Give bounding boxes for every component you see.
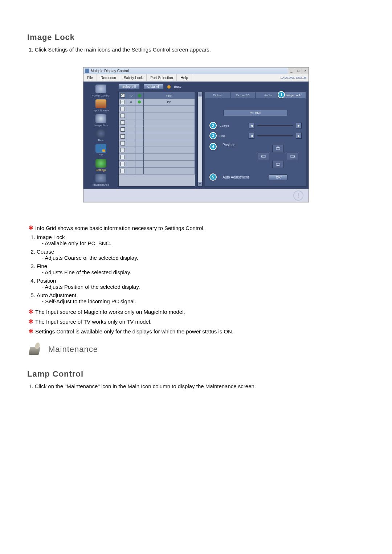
desc-position: Position- Adjusts Position of the select… — [37, 278, 365, 290]
position-down-icon[interactable] — [272, 161, 284, 168]
coarse-slider[interactable] — [257, 125, 293, 126]
menu-file[interactable]: File — [83, 74, 97, 81]
tab-picture-pc[interactable]: Picture PC — [230, 92, 256, 98]
fine-right-icon[interactable]: ▶ — [296, 133, 302, 139]
row-input: PC — [144, 99, 195, 106]
coarse-right-icon[interactable]: ▶ — [296, 123, 302, 128]
heading-lamp-control: Lamp Control — [27, 369, 365, 379]
scroll-track[interactable] — [198, 97, 202, 182]
table-row[interactable] — [119, 126, 195, 133]
menu-remocon[interactable]: Remocon — [97, 74, 120, 81]
desc-list: Image Lock- Available only for PC, BNC. … — [27, 234, 365, 304]
coarse-left-icon[interactable]: ◀ — [249, 123, 254, 128]
select-all-button[interactable]: Select All — [118, 84, 140, 90]
callout-5: 5 — [209, 173, 217, 181]
sidebar-item-input[interactable]: Input Source — [86, 99, 116, 112]
sidebar-label: PIP — [99, 153, 103, 157]
row-status-icon — [135, 119, 144, 126]
position-left-icon[interactable] — [258, 153, 269, 160]
row-checkbox[interactable] — [121, 169, 125, 173]
row-checkbox[interactable] — [121, 127, 125, 132]
menu-port-selection[interactable]: Port Selection — [147, 74, 177, 81]
row-checkbox[interactable] — [121, 155, 125, 159]
row-id — [127, 161, 135, 168]
header-checkbox-icon[interactable] — [121, 93, 125, 98]
table-row[interactable] — [119, 133, 195, 140]
close-icon[interactable]: × — [302, 67, 309, 74]
sidebar-item-power[interactable]: Power Control — [86, 84, 116, 97]
menu-help[interactable]: Help — [177, 74, 192, 81]
busy-label: Busy — [174, 85, 181, 89]
panel-tabs: Picture Picture PC Audio Image Lock — [205, 92, 306, 98]
table-row[interactable] — [119, 161, 195, 168]
row-checkbox[interactable] — [121, 114, 125, 118]
callout-1: 1 — [278, 91, 285, 98]
row-status-icon — [135, 106, 144, 112]
table-row[interactable] — [119, 147, 195, 154]
sidebar-label: Settings — [96, 168, 106, 172]
maximize-icon[interactable]: □ — [295, 67, 302, 74]
sidebar-item-settings[interactable]: Settings — [86, 158, 116, 172]
row-checkbox[interactable] — [121, 107, 125, 111]
svg-rect-5 — [294, 156, 295, 157]
settings-panel: Picture Picture PC Audio Image Lock 1 PC… — [205, 92, 306, 186]
row-checkbox[interactable] — [121, 148, 125, 152]
scroll-down-icon[interactable]: ▼ — [198, 182, 202, 186]
screenshot-frame: Multiple Display Control _ □ × File Remo… — [27, 67, 365, 202]
table-row[interactable] — [119, 112, 195, 119]
row-checkbox[interactable] — [121, 162, 125, 166]
maintenance-header: Maintenance — [27, 342, 365, 356]
grid-scrollbar[interactable]: ▲ ▼ — [197, 92, 203, 186]
row-status-icon — [135, 99, 144, 106]
svg-rect-3 — [261, 156, 262, 157]
table-row[interactable]: 0PC — [119, 99, 195, 106]
row-input — [144, 147, 195, 154]
table-row[interactable] — [119, 154, 195, 161]
sidebar-item-imagesize[interactable]: Image Size — [86, 114, 116, 127]
sidebar-item-time[interactable]: Time — [86, 128, 116, 142]
minimize-icon[interactable]: _ — [288, 67, 295, 74]
svg-rect-7 — [277, 165, 279, 166]
time-icon — [95, 129, 106, 138]
table-row[interactable] — [119, 106, 195, 112]
mode-pill: PC, BNC — [223, 110, 288, 116]
clear-all-button[interactable]: Clear All — [143, 84, 164, 90]
ok-button[interactable]: OK — [269, 175, 287, 180]
step-lamp-1: 1. Click on the "Maintenance" icon in th… — [27, 383, 365, 389]
table-row[interactable] — [119, 119, 195, 126]
footer-bar: ! — [83, 189, 309, 202]
sidebar-item-maintenance[interactable]: Maintenance — [86, 173, 116, 186]
grid-header: ID Input — [119, 92, 195, 99]
maintenance-icon — [95, 174, 106, 182]
row-checkbox[interactable] — [121, 141, 125, 145]
fine-slider[interactable] — [257, 135, 293, 136]
row-input — [144, 133, 195, 140]
row-checkbox[interactable] — [121, 100, 125, 104]
table-row[interactable] — [119, 168, 195, 175]
tab-audio[interactable]: Audio — [256, 92, 281, 98]
position-up-icon[interactable] — [272, 145, 284, 152]
position-right-icon[interactable] — [287, 153, 298, 160]
menu-safety-lock[interactable]: Safety Lock — [120, 74, 147, 81]
fine-left-icon[interactable]: ◀ — [249, 133, 254, 139]
table-row[interactable] — [119, 140, 195, 147]
row-checkbox[interactable] — [121, 120, 125, 125]
sidebar-label: Maintenance — [93, 183, 109, 186]
star-icon: ✱ — [28, 308, 34, 316]
desc-coarse: Coarse- Adjusts Coarse of the selected d… — [37, 249, 365, 261]
row-input — [144, 119, 195, 126]
app-icon — [85, 69, 89, 73]
row-status-icon — [135, 161, 144, 168]
sidebar-label: Input Source — [93, 109, 109, 112]
sidebar-item-pip[interactable]: PIP — [86, 143, 116, 157]
tab-picture[interactable]: Picture — [205, 92, 230, 98]
row-fine: 3 Fine ◀ ▶ — [209, 131, 302, 141]
scroll-up-icon[interactable]: ▲ — [198, 92, 202, 97]
row-input — [144, 106, 195, 112]
row-input — [144, 161, 195, 168]
row-status-icon — [135, 140, 144, 147]
callout-2: 2 — [209, 122, 217, 129]
row-checkbox[interactable] — [121, 134, 125, 139]
info-grid: ID Input 0PC — [118, 92, 195, 186]
step-image-lock-1: 1. Click Settings of the main icons and … — [27, 46, 365, 53]
